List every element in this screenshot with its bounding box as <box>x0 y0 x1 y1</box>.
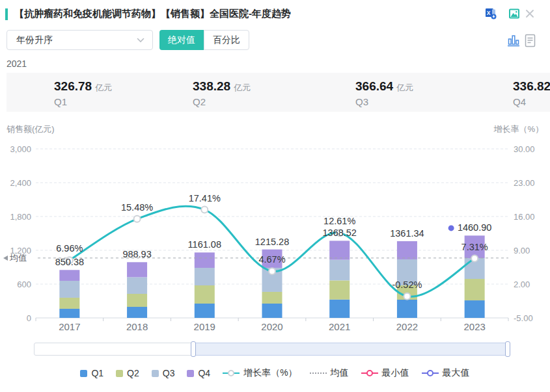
legend-label: Q4 <box>198 368 210 378</box>
legend-square-swatch <box>116 370 123 377</box>
stat-unit: 亿元 <box>95 83 112 92</box>
bar-segment-Q1[interactable] <box>329 300 350 318</box>
report-view-icon[interactable] <box>525 34 536 47</box>
x-axis-label: 2018 <box>126 321 148 332</box>
legend-label: Q2 <box>127 368 139 378</box>
stat-value: 336.82亿元 <box>513 79 550 94</box>
toggle-absolute-button[interactable]: 绝对值 <box>159 30 204 50</box>
selected-year-label: 2021 <box>7 59 27 69</box>
growth-rate-label: 4.67% <box>258 254 285 265</box>
dashboard-panel: { "header": { "title": "【抗肿瘤药和免疫机能调节药物】【… <box>0 0 550 392</box>
right-axis-tick: 16.00 <box>514 212 535 222</box>
max-value-dot <box>448 225 454 231</box>
svg-text:X: X <box>487 10 491 16</box>
bar-segment-Q1[interactable] <box>465 300 485 318</box>
data-zoom-slider[interactable] <box>34 343 510 356</box>
legend-label: 增长率（%） <box>243 367 297 379</box>
mean-line-arrow-icon <box>3 255 8 261</box>
growth-rate-label: 17.41% <box>189 193 221 203</box>
mean-line-label: 均值 <box>9 253 27 263</box>
toggle-percent-button[interactable]: 百分比 <box>204 30 249 50</box>
legend-item-Q2[interactable]: Q2 <box>116 368 139 378</box>
bar-segment-Q2[interactable] <box>59 298 79 309</box>
legend-item-Q4[interactable]: Q4 <box>187 368 210 378</box>
bar-chart-view-icon[interactable] <box>507 34 520 48</box>
growth-rate-label: 12.61% <box>323 216 355 226</box>
close-icon[interactable] <box>525 8 536 20</box>
stat-label: Q3 <box>355 96 413 107</box>
stat-card-q1: 326.78亿元 Q1 <box>54 79 112 107</box>
stat-label: Q4 <box>513 96 550 107</box>
stat-value: 326.78亿元 <box>54 79 112 94</box>
chart-legend: Q1Q2Q3Q4增长率（%）均值最小值最大值 <box>0 367 550 379</box>
bar-segment-Q4[interactable] <box>195 252 215 268</box>
bar-total-label: 1215.28 <box>255 237 289 247</box>
image-export-icon[interactable] <box>508 8 520 20</box>
bar-segment-Q1[interactable] <box>397 300 417 318</box>
bar-segment-Q4[interactable] <box>329 241 350 259</box>
legend-item-增长率（%）[interactable]: 增长率（%） <box>223 367 297 379</box>
growth-rate-label: 7.31% <box>461 242 488 252</box>
bar-total-label: 1460.90 <box>458 222 491 233</box>
data-zoom-selected-range[interactable] <box>193 343 507 356</box>
growth-rate-point[interactable] <box>201 207 208 213</box>
stat-label: Q2 <box>193 96 251 107</box>
bar-segment-Q1[interactable] <box>59 309 79 318</box>
stat-card-q2: 338.28亿元 Q2 <box>193 79 251 107</box>
legend-item-均值[interactable]: 均值 <box>310 367 349 379</box>
data-zoom-left-handle[interactable] <box>191 341 196 357</box>
growth-rate-point[interactable] <box>404 293 410 300</box>
title-accent-bar <box>5 8 8 20</box>
legend-label: Q1 <box>91 368 103 378</box>
bar-segment-Q2[interactable] <box>195 285 215 304</box>
legend-item-Q3[interactable]: Q3 <box>152 368 175 378</box>
value-mode-toggle: 绝对值 百分比 <box>159 30 249 50</box>
bar-segment-Q2[interactable] <box>127 294 147 307</box>
bar-segment-Q4[interactable] <box>59 270 79 281</box>
bar-total-label: 1368.52 <box>323 228 357 238</box>
x-axis-label: 2019 <box>194 321 215 332</box>
left-axis-tick: 600 <box>17 280 31 289</box>
growth-rate-point[interactable] <box>134 216 141 222</box>
left-axis-tick: 0 <box>27 313 31 323</box>
bar-segment-Q3[interactable] <box>329 260 350 281</box>
legend-line-marker-swatch <box>422 369 439 377</box>
bar-segment-Q3[interactable] <box>127 277 147 294</box>
bar-segment-Q3[interactable] <box>195 268 215 285</box>
growth-rate-label: 15.48% <box>121 202 153 213</box>
left-axis-tick: 3,000 <box>10 144 31 154</box>
growth-rate-point[interactable] <box>269 268 275 274</box>
bar-segment-Q1[interactable] <box>262 304 282 318</box>
legend-item-最小值[interactable]: 最小值 <box>361 367 409 379</box>
stat-unit: 亿元 <box>234 83 251 92</box>
bar-segment-Q1[interactable] <box>195 304 215 318</box>
right-axis-tick: -5.00 <box>514 313 533 323</box>
excel-export-icon[interactable]: X <box>485 8 497 20</box>
legend-label: 最大值 <box>443 367 470 379</box>
stat-value: 366.64亿元 <box>355 79 413 94</box>
x-axis-label: 2017 <box>59 321 80 332</box>
bar-segment-Q1[interactable] <box>127 307 147 318</box>
sort-order-select[interactable]: 年份升序 <box>7 30 153 50</box>
bar-segment-Q4[interactable] <box>397 241 417 259</box>
growth-rate-point[interactable] <box>471 255 478 262</box>
legend-label: 最小值 <box>382 367 409 379</box>
stat-card-q4: 336.82亿元 Q4 <box>513 79 550 107</box>
legend-item-最大值[interactable]: 最大值 <box>422 367 470 379</box>
trend-chart[interactable]: 0-5.006002.001,2009.001,80016.002,40023.… <box>0 120 550 335</box>
legend-label: Q3 <box>163 368 175 378</box>
stat-card-q3: 366.64亿元 Q3 <box>355 79 413 107</box>
right-axis-tick: 23.00 <box>514 178 535 188</box>
legend-item-Q1[interactable]: Q1 <box>80 368 103 378</box>
bar-segment-Q2[interactable] <box>262 292 282 304</box>
bar-total-label: 1161.08 <box>188 239 221 250</box>
legend-square-swatch <box>187 370 194 377</box>
stat-value: 338.28亿元 <box>193 79 251 94</box>
bar-segment-Q2[interactable] <box>329 280 350 299</box>
right-axis-tick: 9.00 <box>514 246 530 255</box>
bar-segment-Q4[interactable] <box>127 262 147 277</box>
bar-segment-Q3[interactable] <box>59 281 79 298</box>
bar-segment-Q2[interactable] <box>465 279 485 300</box>
data-zoom-right-handle[interactable] <box>505 341 510 357</box>
right-axis-tick: 30.00 <box>514 144 535 154</box>
